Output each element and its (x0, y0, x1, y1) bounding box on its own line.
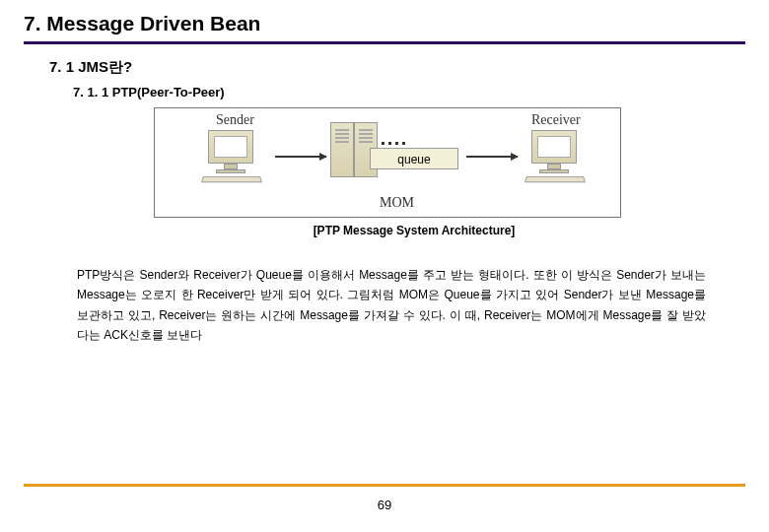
queue-label: queue (397, 153, 430, 166)
sender-computer-icon (198, 130, 277, 185)
page-title: 7. Message Driven Bean (24, 12, 745, 35)
page-number: 69 (0, 498, 769, 512)
mom-label: MOM (380, 195, 414, 211)
body-paragraph: PTP방식은 Sender와 Receiver가 Queue를 이용해서 Mes… (77, 265, 706, 346)
receiver-label: Receiver (531, 112, 581, 128)
sender-label: Sender (216, 112, 254, 128)
queue-box: queue (370, 148, 458, 169)
arrow-icon (275, 156, 326, 158)
footer-rule (24, 484, 745, 487)
receiver-computer-icon (522, 130, 600, 185)
ptp-diagram: Sender queue Receiver MOM (154, 107, 621, 218)
diagram-caption: [PTP Message System Architecture] (83, 224, 745, 237)
arrow-icon (466, 156, 518, 158)
subsection-heading: 7. 1. 1 PTP(Peer-To-Peer) (73, 85, 745, 100)
section-heading: 7. 1 JMS란? (49, 58, 745, 77)
